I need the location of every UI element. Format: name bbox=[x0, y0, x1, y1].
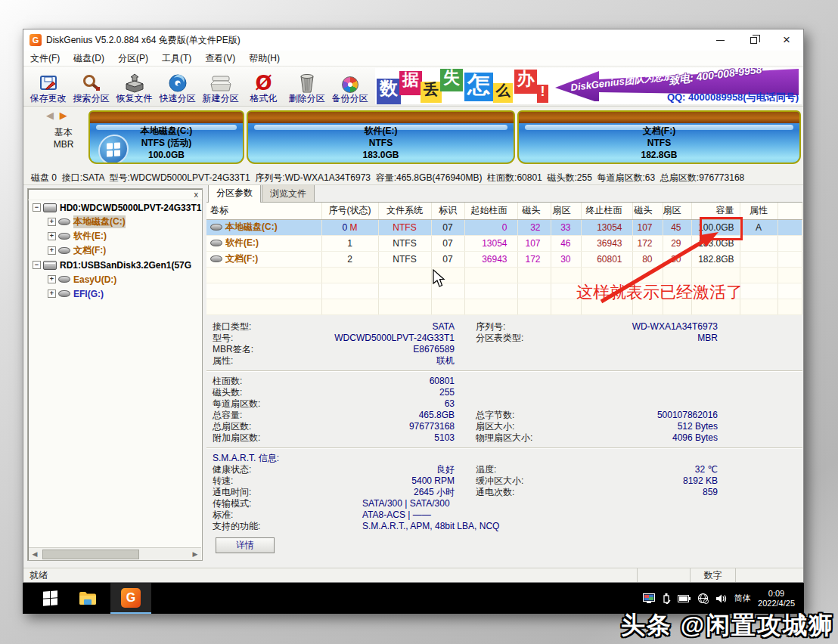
partition-icon bbox=[58, 233, 70, 240]
table-row-e[interactable]: 软件(E:) 1 NTFS 07 13054 107 46 36943 172 … bbox=[206, 235, 802, 251]
col-start-head[interactable]: 磁头 bbox=[517, 203, 551, 219]
tree-item-software-e[interactable]: + 软件(E:) bbox=[28, 229, 202, 243]
usb-icon[interactable] bbox=[662, 593, 671, 604]
expand-icon[interactable]: + bbox=[48, 246, 56, 255]
scroll-left-icon[interactable]: ◀ bbox=[29, 550, 41, 558]
diskgenius-window: G DiskGenius V5.2.0.884 x64 免费版(单文件PE版) … bbox=[23, 29, 804, 583]
save-changes-button[interactable]: 保存更改 bbox=[26, 67, 70, 106]
file-explorer-button[interactable] bbox=[71, 583, 104, 614]
menu-help[interactable]: 帮助(H) bbox=[242, 52, 287, 65]
menu-view[interactable]: 查看(V) bbox=[198, 52, 242, 65]
expand-icon[interactable]: + bbox=[48, 218, 56, 226]
close-button[interactable]: × bbox=[770, 29, 803, 51]
menu-file[interactable]: 文件(F) bbox=[23, 52, 67, 65]
partition-box-f[interactable]: 文档(F:) NTFS 182.8GB bbox=[517, 110, 801, 164]
folder-icon bbox=[79, 591, 97, 605]
diskgenius-icon: G bbox=[121, 588, 141, 608]
tree-item-local-disk-c[interactable]: + 本地磁盘(C:) bbox=[28, 215, 202, 229]
status-num-lock: 数字 bbox=[690, 568, 735, 582]
partition-fs: NTFS (活动) bbox=[90, 137, 243, 149]
col-capacity[interactable]: 容量 bbox=[691, 203, 740, 219]
tree-close-icon[interactable]: x bbox=[194, 189, 199, 200]
expand-icon[interactable]: + bbox=[48, 289, 56, 298]
expand-icon[interactable]: + bbox=[48, 275, 56, 283]
new-partition-button[interactable]: 新建分区 bbox=[199, 67, 242, 106]
menu-partition[interactable]: 分区(P) bbox=[111, 52, 155, 65]
tree-item-hd0[interactable]: − HD0:WDCWD5000LPVT-24G33T1 bbox=[28, 200, 202, 215]
col-id[interactable]: 标识 bbox=[431, 203, 464, 219]
scrollbar-thumb[interactable] bbox=[42, 550, 139, 559]
col-start-cyl[interactable]: 起始柱面 bbox=[464, 203, 517, 219]
display-icon[interactable] bbox=[643, 593, 655, 603]
banner-tile: 么 bbox=[493, 83, 513, 103]
restore-button[interactable] bbox=[737, 29, 770, 51]
partition-name: 软件(E:) bbox=[248, 125, 514, 137]
col-attr[interactable]: 属性 bbox=[740, 203, 777, 219]
clock-date: 2022/4/25 bbox=[758, 599, 795, 608]
battery-icon[interactable] bbox=[678, 595, 691, 602]
partition-name: 文档(F:) bbox=[519, 125, 799, 137]
start-button[interactable] bbox=[33, 583, 67, 614]
scrollbar-track[interactable] bbox=[41, 549, 189, 560]
delete-partition-button[interactable]: 删除分区 bbox=[285, 67, 328, 106]
tree-item-easyu-d[interactable]: + EasyU(D:) bbox=[28, 272, 202, 286]
partition-icon bbox=[58, 276, 70, 283]
col-filesystem[interactable]: 文件系统 bbox=[378, 203, 431, 219]
col-end-cyl[interactable]: 终止柱面 bbox=[581, 203, 632, 219]
expand-icon[interactable]: + bbox=[48, 232, 56, 240]
prev-disk-arrow-icon[interactable]: ◀ bbox=[46, 110, 55, 121]
next-disk-arrow-icon[interactable]: ▶ bbox=[60, 110, 69, 121]
details-button[interactable]: 详情 bbox=[216, 537, 275, 553]
new-partition-icon bbox=[210, 73, 232, 93]
collapse-icon[interactable]: − bbox=[33, 261, 41, 269]
disk-info-line: 磁盘 0 接口:SATA 型号:WDCWD5000LPVT-24G33T1 序列… bbox=[23, 170, 803, 185]
empty-row bbox=[206, 299, 802, 314]
format-button[interactable]: Ø 格式化 bbox=[242, 67, 285, 106]
tree-item-docs-f[interactable]: + 文档(F:) bbox=[28, 243, 202, 258]
tree-item-rd1[interactable]: − RD1:USBSanDisk3.2Gen1(57G bbox=[28, 258, 202, 272]
search-partition-button[interactable]: 搜索分区 bbox=[70, 67, 113, 106]
minimize-button[interactable] bbox=[703, 29, 737, 51]
quick-partition-icon bbox=[168, 73, 188, 93]
tree-horizontal-scrollbar[interactable]: ◀ ▶ bbox=[29, 547, 201, 560]
table-row-f[interactable]: 文档(F:) 2 NTFS 07 36943 172 30 60801 80 3… bbox=[206, 251, 802, 267]
partition-box-e[interactable]: 软件(E:) NTFS 183.0GB bbox=[247, 110, 515, 164]
partition-icon bbox=[210, 255, 222, 262]
partition-box-c[interactable]: 本地磁盘(C:) NTFS (活动) 100.0GB bbox=[88, 110, 244, 164]
recover-files-icon bbox=[124, 73, 145, 93]
banner-tile: 丢 bbox=[421, 82, 442, 103]
col-volume[interactable]: 卷标 bbox=[206, 203, 321, 219]
col-seq-status[interactable]: 序号(状态) bbox=[321, 203, 378, 219]
table-row-c[interactable]: 本地磁盘(C:) 0 M NTFS 07 0 32 33 13054 107 4… bbox=[206, 219, 802, 235]
diskgenius-taskbar-button[interactable]: G bbox=[110, 583, 151, 614]
col-start-sec[interactable]: 扇区 bbox=[551, 203, 581, 219]
tab-partition-params[interactable]: 分区参数 bbox=[208, 185, 261, 203]
title-bar: G DiskGenius V5.2.0.884 x64 免费版(单文件PE版) … bbox=[23, 29, 803, 51]
banner-qq-text: QQ: 4000089958(与电话同号) bbox=[667, 91, 799, 104]
smart-title: S.M.A.R.T. 信息: bbox=[206, 453, 320, 464]
status-cell bbox=[637, 568, 690, 582]
collapse-icon[interactable]: − bbox=[33, 203, 41, 212]
scroll-right-icon[interactable]: ▶ bbox=[189, 550, 201, 558]
tab-strip: 分区参数 浏览文件 bbox=[206, 185, 802, 203]
recover-files-button[interactable]: 恢复文件 bbox=[113, 67, 156, 106]
quick-partition-button[interactable]: 快速分区 bbox=[156, 67, 199, 106]
col-end-head[interactable]: 磁头 bbox=[632, 203, 663, 219]
backup-partition-button[interactable]: 备份分区 bbox=[328, 67, 371, 106]
menu-disk[interactable]: 磁盘(D) bbox=[67, 52, 111, 65]
network-globe-icon[interactable] bbox=[697, 593, 709, 604]
banner-tile: 办 bbox=[514, 70, 537, 94]
taskbar-clock[interactable]: 0:09 2022/4/25 bbox=[758, 589, 795, 608]
partition-icon bbox=[58, 247, 70, 254]
banner-tile: ! bbox=[537, 85, 548, 103]
partition-graphic-strip: ◀ ▶ 基本 MBR 本地磁盘(C:) NTFS (活动) 100.0GB bbox=[23, 107, 803, 170]
photo-background: G DiskGenius V5.2.0.884 x64 免费版(单文件PE版) … bbox=[0, 0, 838, 644]
menu-tools[interactable]: 工具(T) bbox=[155, 52, 198, 65]
ime-indicator[interactable]: 简体 bbox=[734, 593, 751, 604]
speaker-icon[interactable] bbox=[715, 593, 728, 604]
tree-item-efi-g[interactable]: + EFI(G:) bbox=[28, 286, 202, 301]
minimize-icon bbox=[716, 40, 725, 41]
tab-browse-files[interactable]: 浏览文件 bbox=[262, 185, 315, 202]
col-end-sec[interactable]: 扇区 bbox=[663, 203, 691, 219]
main-area: x − HD0:WDCWD5000LPVT-24G33T1 + 本地磁盘(C:)… bbox=[23, 185, 803, 568]
